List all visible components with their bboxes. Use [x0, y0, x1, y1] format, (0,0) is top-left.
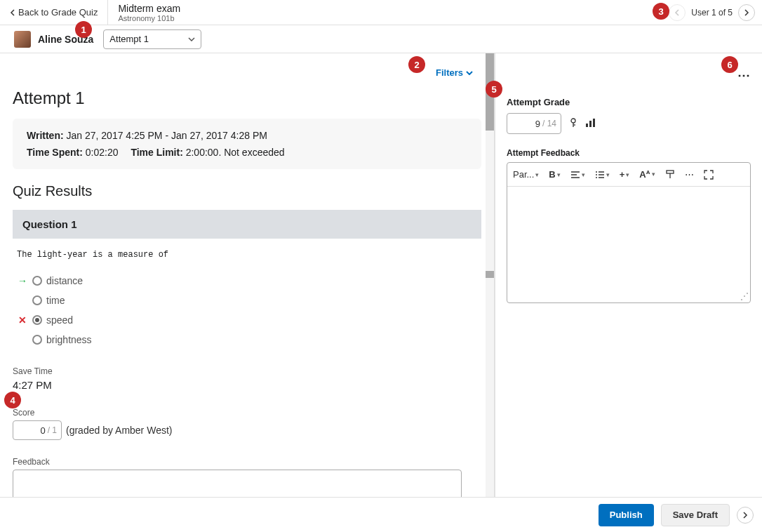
callout-1: 1	[75, 21, 92, 38]
paragraph-select[interactable]: Par...▾	[513, 169, 539, 180]
time-limit-label: Time Limit:	[131, 147, 182, 158]
left-panel: Filters Attempt 1 Written: Jan 27, 2017 …	[0, 53, 494, 497]
option-label: time	[46, 295, 65, 306]
option-label: brightness	[46, 334, 92, 345]
score-row: 0 / 1 (graded by Amber West)	[13, 420, 481, 440]
page-subtitle: Astronomy 101b	[118, 14, 180, 22]
next-user-button[interactable]	[738, 4, 755, 21]
align-icon	[570, 171, 580, 179]
align-button[interactable]: ▾	[570, 171, 585, 179]
font-style-button[interactable]: AA▾	[639, 169, 655, 180]
header-right: User 1 of 5	[669, 0, 755, 25]
feedback-editor: Par...▾ B▾ ▾ ▾ +▾ AA▾ ⋯ ⋰	[507, 162, 751, 303]
callout-4: 4	[4, 392, 21, 408]
svg-point-13	[596, 177, 597, 178]
svg-rect-4	[589, 121, 591, 127]
score-input[interactable]: 0 / 1	[13, 420, 62, 440]
resize-handle-icon[interactable]: ⋰	[740, 291, 749, 301]
scrollbar-thumb[interactable]	[486, 271, 494, 278]
attempt-title: Attempt 1	[13, 88, 481, 108]
svg-point-9	[596, 171, 597, 173]
svg-point-11	[596, 174, 597, 175]
radio-selected-icon	[32, 315, 42, 325]
subheader: Aline Souza Attempt 1	[0, 25, 762, 53]
svg-point-0	[571, 119, 575, 123]
prev-user-button[interactable]	[669, 4, 686, 21]
back-label: Back to Grade Quiz	[18, 7, 98, 18]
callout-3: 3	[653, 3, 669, 20]
option-label: speed	[46, 314, 73, 326]
chevron-right-icon	[744, 9, 749, 16]
back-to-grade-quiz[interactable]: Back to Grade Quiz	[0, 0, 108, 25]
radio-icon	[32, 335, 42, 345]
written-value: Jan 27, 2017 4:25 PM - Jan 27, 2017 4:28…	[67, 130, 267, 141]
question-header: Question 1	[13, 210, 481, 239]
list-button[interactable]: ▾	[595, 171, 610, 179]
bold-button[interactable]: B▾	[549, 169, 560, 180]
fullscreen-button[interactable]	[704, 170, 714, 180]
callout-2: 2	[408, 56, 425, 73]
format-paint-icon	[665, 170, 675, 180]
written-label: Written:	[27, 130, 64, 141]
svg-rect-3	[586, 124, 588, 127]
publish-button[interactable]: Publish	[599, 504, 654, 526]
scrollbar-track[interactable]	[486, 53, 494, 497]
attempt-grade-label: Attempt Grade	[507, 97, 751, 107]
callout-5: 5	[486, 81, 502, 98]
callout-6: 6	[721, 56, 738, 73]
time-limit-value: 2:00:00. Not exceeded	[186, 147, 285, 158]
header-title-block: Midterm exam Astronomy 101b	[108, 3, 180, 22]
time-spent-label: Time Spent:	[27, 147, 83, 158]
attempt-feedback-label: Attempt Feedback	[507, 148, 751, 158]
svg-rect-15	[667, 171, 674, 173]
time-spent-value: 0:02:20	[86, 147, 119, 158]
question-feedback-textarea[interactable]	[13, 470, 462, 497]
list-icon	[595, 171, 605, 179]
body: Filters Attempt 1 Written: Jan 27, 2017 …	[0, 53, 762, 497]
option-label: distance	[46, 275, 83, 286]
chevron-down-icon	[188, 37, 195, 41]
next-button[interactable]	[737, 507, 754, 524]
save-time-value: 4:27 PM	[13, 379, 481, 391]
x-icon: ✕	[17, 314, 28, 326]
grade-got: 9	[535, 119, 540, 129]
insert-button[interactable]: +▾	[620, 169, 630, 180]
attempt-select-value: Attempt 1	[109, 34, 149, 44]
bar-chart-icon[interactable]	[585, 118, 596, 130]
question-feedback-label: Feedback	[13, 457, 481, 467]
chevron-right-icon	[742, 512, 748, 519]
editor-toolbar: Par...▾ B▾ ▾ ▾ +▾ AA▾ ⋯	[507, 163, 750, 187]
footer: Publish Save Draft	[0, 497, 762, 532]
score-label: Score	[13, 408, 481, 418]
expand-icon	[704, 170, 714, 180]
more-toolbar-button[interactable]: ⋯	[685, 169, 694, 180]
info-card: Written: Jan 27, 2017 4:25 PM - Jan 27, …	[13, 119, 481, 169]
save-draft-button[interactable]: Save Draft	[661, 504, 730, 526]
attempt-grade-input[interactable]: 9 / 14	[507, 113, 561, 134]
radio-icon	[32, 276, 42, 286]
more-actions-button[interactable]: ⋯	[737, 67, 751, 83]
option-row: → distance	[13, 271, 481, 291]
top-header: Back to Grade Quiz Midterm exam Astronom…	[0, 0, 762, 25]
format-paint-button[interactable]	[665, 170, 675, 180]
key-icon[interactable]	[568, 118, 578, 130]
graded-by: (graded by Amber West)	[66, 425, 172, 436]
save-time-label: Save Time	[13, 366, 481, 376]
attempt-select[interactable]: Attempt 1	[103, 29, 201, 49]
grade-row: 9 / 14	[507, 113, 751, 134]
filters-label: Filters	[436, 67, 463, 78]
chevron-left-icon	[10, 9, 15, 16]
editor-body[interactable]: ⋰	[507, 187, 750, 302]
option-row: time	[13, 291, 481, 310]
svg-rect-5	[593, 119, 595, 127]
chevron-down-icon	[466, 71, 473, 75]
avatar	[14, 31, 31, 48]
option-row: brightness	[13, 330, 481, 350]
grade-of: / 14	[542, 119, 556, 128]
page-title: Midterm exam	[118, 3, 180, 14]
radio-icon	[32, 295, 42, 305]
filters-button[interactable]: Filters	[7, 67, 473, 78]
arrow-right-icon: →	[17, 275, 28, 286]
score-of: / 1	[48, 425, 57, 435]
option-row: ✕ speed	[13, 310, 481, 330]
